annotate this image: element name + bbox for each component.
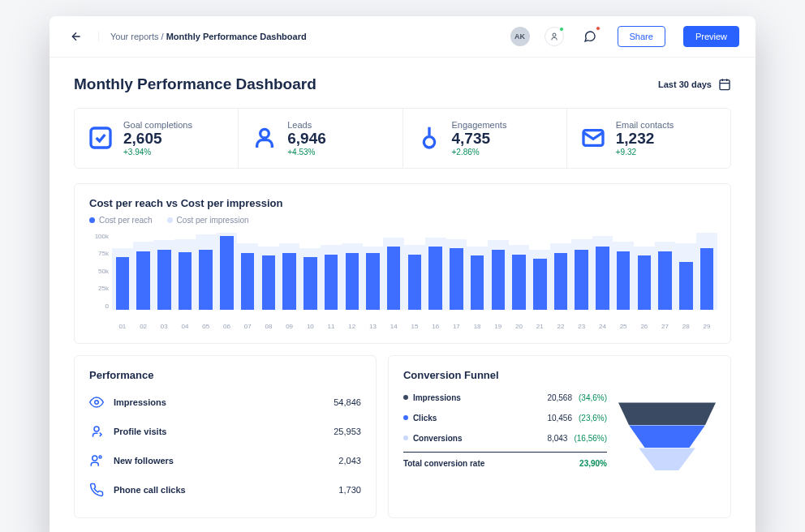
x-axis: 0102030405060708091011121314151617181920…: [114, 323, 716, 330]
svg-point-8: [424, 137, 434, 148]
x-tick: 08: [260, 323, 278, 330]
check-icon: [88, 125, 114, 151]
share-button[interactable]: Share: [618, 26, 665, 47]
content: Monthly Performance Dashboard Last 30 da…: [50, 58, 755, 532]
preview-button[interactable]: Preview: [683, 26, 739, 47]
funnel-value: 20,568: [547, 393, 572, 402]
svg-point-11: [94, 427, 99, 431]
y-tick: 75k: [89, 250, 109, 257]
x-tick: 21: [531, 323, 549, 330]
funnel-total: Total conversion rate 23,90%: [403, 452, 607, 468]
x-tick: 17: [448, 323, 466, 330]
performance-label: Profile visits: [114, 427, 324, 436]
svg-point-7: [260, 130, 269, 139]
kpi-label: Email contacts: [616, 120, 674, 130]
bar-column: [385, 233, 402, 310]
bar-column: [155, 233, 173, 310]
x-tick: 12: [343, 323, 361, 330]
performance-row: Profile visits 25,953: [89, 417, 361, 446]
funnel-pct: (16,56%): [574, 434, 607, 443]
y-axis: 100k75k50k25k0: [89, 233, 109, 310]
x-tick: 05: [197, 323, 215, 330]
bar-column: [614, 233, 632, 310]
x-tick: 27: [656, 323, 674, 330]
x-tick: 07: [239, 323, 256, 330]
bar-column: [510, 233, 528, 310]
bar-column: [573, 233, 591, 310]
back-button[interactable]: [66, 26, 87, 47]
breadcrumb[interactable]: Your reports / Monthly Performance Dashb…: [98, 32, 307, 41]
bar-column: [197, 233, 215, 310]
person-icon: [549, 32, 559, 41]
kpi-value: 6,946: [287, 131, 326, 148]
date-range-picker[interactable]: Last 30 days: [658, 78, 731, 91]
bar-column: [489, 233, 507, 310]
funnel-title: Conversion Funnel: [403, 369, 607, 381]
kpi-check: Goal completions 2,605 +3.94%: [75, 109, 239, 168]
funnel-segment: [639, 448, 695, 470]
kpi-change: +9.32: [616, 148, 674, 157]
phone-icon: [89, 483, 104, 497]
chat-button[interactable]: [580, 27, 600, 46]
x-tick: 25: [614, 323, 632, 330]
x-tick: 06: [218, 323, 236, 330]
notification-dot-icon: [596, 26, 601, 31]
chart-card: Cost per reach vs Cost per impression Co…: [74, 183, 731, 344]
x-tick: 20: [510, 323, 528, 330]
bar-column: [635, 233, 653, 310]
bar-column: [427, 233, 445, 310]
x-tick: 13: [364, 323, 382, 330]
performance-value: 54,846: [334, 397, 361, 407]
x-tick: 26: [635, 323, 653, 330]
funnel-value: 10,456: [547, 414, 572, 423]
bar-column: [301, 233, 319, 310]
funnel-shape: [618, 369, 716, 504]
x-tick: 24: [594, 323, 612, 330]
x-tick: 01: [114, 323, 131, 330]
kpi-label: Goal completions: [123, 120, 192, 130]
performance-value: 25,953: [334, 427, 361, 436]
bar-column: [364, 233, 382, 310]
bar-chart: 100k75k50k25k0 0102030405060708091011121…: [89, 233, 716, 330]
bar-column: [239, 233, 256, 310]
bar-column: [468, 233, 486, 310]
y-tick: 0: [89, 302, 109, 310]
performance-label: New followers: [114, 456, 329, 466]
avatar-user-1[interactable]: AK: [510, 27, 530, 46]
kpi-row: Goal completions 2,605 +3.94% Leads 6,94…: [74, 108, 731, 169]
performance-label: Phone call clicks: [114, 485, 329, 495]
bar-column: [343, 233, 361, 310]
performance-row: Impressions 54,846: [89, 388, 361, 417]
x-tick: 22: [552, 323, 570, 330]
x-tick: 02: [135, 323, 153, 330]
x-tick: 10: [301, 323, 319, 330]
svg-rect-2: [720, 80, 730, 90]
funnel-pct: (34,6%): [579, 393, 607, 402]
chat-bubble-icon: [583, 30, 596, 43]
kpi-value: 1,232: [616, 131, 674, 148]
funnel-pct: (23,6%): [579, 414, 607, 423]
kpi-mail: Email contacts 1,232 +9.32: [567, 109, 730, 168]
touch-icon: [416, 125, 442, 151]
svg-point-10: [95, 401, 99, 405]
x-tick: 11: [322, 323, 340, 330]
bar-column: [176, 233, 194, 310]
y-tick: 50k: [89, 268, 109, 275]
funnel-segment: [618, 402, 716, 425]
bar-column: [135, 233, 153, 310]
funnel-segment: [629, 425, 705, 448]
visit-icon: [89, 424, 104, 439]
avatar-user-2[interactable]: [545, 27, 564, 46]
bar-column: [406, 233, 424, 310]
topbar: Your reports / Monthly Performance Dashb…: [50, 16, 755, 58]
funnel-card: Conversion Funnel Impressions 20,568 (34…: [388, 355, 731, 518]
funnel-value: 8,043: [547, 434, 567, 443]
x-tick: 28: [677, 323, 695, 330]
y-tick: 25k: [89, 285, 109, 292]
kpi-label: Leads: [287, 120, 326, 130]
kpi-label: Engagements: [452, 120, 507, 130]
mail-icon: [580, 125, 606, 151]
bar-column: [594, 233, 612, 310]
x-tick: 19: [489, 323, 507, 330]
calendar-icon: [718, 78, 731, 91]
